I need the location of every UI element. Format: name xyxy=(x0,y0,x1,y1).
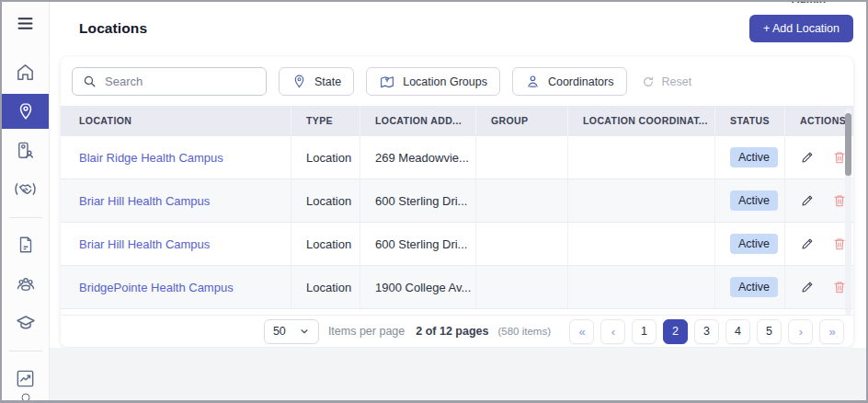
document-icon xyxy=(16,235,36,255)
locations-card: State Location Groups Coordinators Reset xyxy=(61,57,853,347)
items-count: (580 items) xyxy=(497,326,551,337)
group-cell xyxy=(475,136,567,178)
people-group-icon xyxy=(15,273,37,295)
type-cell: Location xyxy=(291,179,360,222)
table-header-row: LOCATION TYPE LOCATION ADD... GROUP LOCA… xyxy=(61,106,853,135)
edit-button[interactable] xyxy=(800,193,815,208)
page-title: Locations xyxy=(79,20,147,37)
items-per-page-label: Items per page xyxy=(328,325,405,338)
map-pin-icon xyxy=(16,101,36,121)
sidebar xyxy=(2,2,50,400)
search-icon xyxy=(82,74,97,89)
type-cell: Location xyxy=(291,136,360,178)
user-label-clipped: Admin xyxy=(792,2,826,6)
state-filter-label: State xyxy=(314,75,341,88)
sidebar-divider xyxy=(9,217,42,218)
sidebar-item-education[interactable] xyxy=(2,305,49,340)
reset-filters-label: Reset xyxy=(662,75,692,88)
coordinator-cell xyxy=(567,266,714,308)
reset-icon xyxy=(641,75,656,89)
search-box[interactable] xyxy=(72,67,267,96)
edit-pencil-icon xyxy=(800,150,815,165)
location-link[interactable]: BridgePointe Health Campus xyxy=(79,281,234,294)
next-page-button[interactable]: › xyxy=(788,319,813,344)
column-header-status[interactable]: STATUS xyxy=(714,106,784,135)
group-cell xyxy=(475,266,567,308)
column-header-address[interactable]: LOCATION ADD... xyxy=(360,106,475,135)
page-button-3[interactable]: 3 xyxy=(694,319,719,344)
handshake-icon xyxy=(14,178,37,201)
table-row: Briar Hill Health Campus Location 600 St… xyxy=(61,222,853,265)
chart-trend-icon xyxy=(15,368,36,389)
scrollbar-thumb[interactable] xyxy=(845,113,851,176)
menu-icon[interactable] xyxy=(16,14,35,37)
status-badge: Active xyxy=(730,234,778,254)
coordinator-cell xyxy=(567,136,714,178)
column-header-group[interactable]: GROUP xyxy=(475,106,567,135)
page-button-1[interactable]: 1 xyxy=(632,319,657,344)
last-page-button[interactable]: » xyxy=(819,319,844,344)
location-link[interactable]: Blair Ridge Health Campus xyxy=(79,151,223,165)
column-header-actions: ACTIONS xyxy=(784,106,853,135)
location-link[interactable]: Briar Hill Health Campus xyxy=(79,237,210,251)
coordinator-cell xyxy=(567,179,714,222)
page-footer-area xyxy=(50,348,866,400)
page-size-value: 50 xyxy=(273,325,286,338)
address-cell: 269 Meadowvie... xyxy=(360,136,475,178)
edit-button[interactable] xyxy=(800,150,815,165)
table-row: Briar Hill Health Campus Location 600 St… xyxy=(61,178,853,222)
edit-button[interactable] xyxy=(800,280,815,294)
type-cell: Location xyxy=(291,266,360,308)
prev-page-button[interactable]: ‹ xyxy=(600,319,625,344)
group-cell xyxy=(475,223,567,265)
partial-next-row xyxy=(61,308,853,315)
provider-badge-icon xyxy=(15,140,36,161)
location-groups-filter-button[interactable]: Location Groups xyxy=(366,67,500,96)
main-content: Admin Locations + Add Location State Loc… xyxy=(50,2,866,400)
table-scrollbar[interactable] xyxy=(845,109,851,315)
edit-pencil-icon xyxy=(800,236,815,251)
coordinators-filter-label: Coordinators xyxy=(548,75,614,88)
address-cell: 600 Sterling Dri... xyxy=(360,223,475,265)
map-pin-icon xyxy=(291,74,307,89)
person-icon xyxy=(525,74,541,89)
search-input[interactable] xyxy=(105,75,234,88)
table-row: BridgePointe Health Campus Location 1900… xyxy=(61,265,853,308)
edit-pencil-icon xyxy=(800,280,815,294)
column-header-location[interactable]: LOCATION xyxy=(61,106,291,135)
edit-pencil-icon xyxy=(800,193,815,208)
type-cell: Location xyxy=(291,223,360,265)
sidebar-item-providers[interactable] xyxy=(2,133,49,167)
add-location-button[interactable]: + Add Location xyxy=(749,15,853,42)
app-window: Admin Locations + Add Location State Loc… xyxy=(0,0,868,403)
home-icon xyxy=(15,62,36,83)
location-link[interactable]: Briar Hill Health Campus xyxy=(79,194,210,208)
chevron-down-icon xyxy=(299,326,310,337)
page-info: 2 of 12 pages xyxy=(416,325,488,338)
sidebar-item-documents[interactable] xyxy=(2,227,49,261)
page-button-2-active[interactable]: 2 xyxy=(663,319,688,344)
status-badge: Active xyxy=(730,277,778,297)
reset-filters-button[interactable]: Reset xyxy=(641,75,692,89)
page-size-select[interactable]: 50 xyxy=(264,319,319,344)
sidebar-item-users[interactable] xyxy=(2,267,49,301)
sidebar-item-home[interactable] xyxy=(2,55,49,89)
sidebar-bottom-icon[interactable] xyxy=(20,390,31,403)
coordinators-filter-button[interactable]: Coordinators xyxy=(512,67,627,96)
map-icon xyxy=(379,74,395,90)
pagination-bar: 50 Items per page 2 of 12 pages (580 ite… xyxy=(61,315,853,347)
column-header-type[interactable]: TYPE xyxy=(291,106,360,135)
group-cell xyxy=(475,179,567,222)
page-button-4[interactable]: 4 xyxy=(725,319,750,344)
pager: « ‹ 1 2 3 4 5 › » xyxy=(569,319,844,344)
column-header-coordinator[interactable]: LOCATION COORDINAT... xyxy=(567,106,714,135)
sidebar-item-partners[interactable] xyxy=(2,172,49,206)
page-button-5[interactable]: 5 xyxy=(757,319,782,344)
sidebar-divider xyxy=(9,351,42,351)
edit-button[interactable] xyxy=(800,236,815,251)
state-filter-button[interactable]: State xyxy=(279,67,354,96)
graduation-cap-icon xyxy=(15,312,37,334)
table-row: Blair Ridge Health Campus Location 269 M… xyxy=(61,135,853,178)
first-page-button[interactable]: « xyxy=(569,319,594,344)
sidebar-item-locations[interactable] xyxy=(2,94,49,128)
